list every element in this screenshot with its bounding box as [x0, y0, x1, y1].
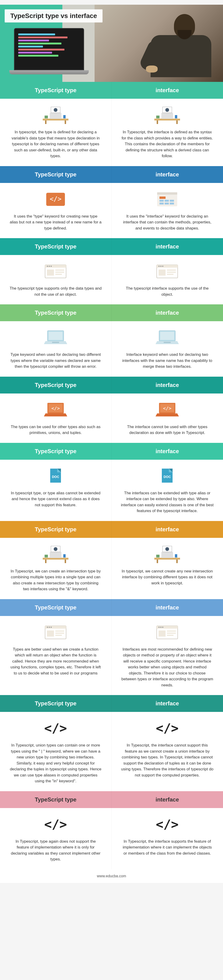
svg-rect-41 — [158, 269, 166, 275]
svg-point-30 — [49, 266, 50, 267]
doc-icon: DOC — [154, 467, 180, 485]
svg-marker-56 — [44, 414, 67, 417]
body-left: The typescript type supports only the da… — [0, 255, 112, 304]
svg-text:</>: </> — [44, 721, 67, 735]
svg-point-74 — [54, 547, 57, 551]
svg-rect-37 — [157, 265, 178, 267]
body-left: </> The types can be used for other type… — [0, 393, 112, 443]
section-header: TypeScript type interface — [0, 304, 223, 321]
svg-rect-75 — [44, 555, 48, 557]
body-left-text: Types are better used when we create a f… — [9, 646, 102, 676]
svg-rect-92 — [55, 633, 64, 634]
browser-icon — [43, 262, 68, 281]
body-right: </> In Typescript, the interface support… — [112, 808, 223, 869]
body-right-text: Interfaces are most recommended for defi… — [121, 646, 214, 688]
page-title: TypeScript type vs interface — [5, 10, 103, 22]
svg-rect-35 — [55, 274, 62, 275]
section-header: TypeScript type interface — [0, 599, 223, 616]
header-right: interface — [112, 238, 223, 255]
header-right: interface — [112, 166, 223, 183]
body-right: </> The interface cannot be used with ot… — [112, 393, 223, 443]
svg-point-38 — [158, 266, 160, 267]
svg-rect-1 — [45, 121, 46, 124]
svg-text:DOC: DOC — [164, 475, 171, 479]
body-right-text: The interface cannot be used with other … — [121, 424, 214, 436]
body-right: Interfaces are most recommended for defi… — [112, 616, 223, 695]
infographic-container: TypeScript type vs interface — [0, 5, 223, 883]
hero-laptop-illustration — [9, 28, 89, 77]
section-body: In typescript, the type is defined for d… — [0, 99, 223, 166]
section-header: TypeScript type interface — [0, 695, 223, 712]
svg-rect-11 — [161, 113, 173, 119]
svg-text:</>: </> — [51, 406, 60, 411]
code-brackets-icon: </> — [154, 815, 180, 834]
body-left-text: The typescript type supports only the da… — [9, 285, 102, 298]
laptop-orange-icon: </> — [43, 401, 68, 419]
body-right: Interface keyword when used for declarin… — [112, 321, 223, 377]
code-brackets-icon: </> — [154, 719, 180, 738]
svg-rect-25 — [164, 203, 169, 204]
code-window-icon: </> — [43, 190, 68, 209]
section-body: </> It uses the "type" keyword for creat… — [0, 183, 223, 239]
svg-rect-2 — [65, 121, 66, 124]
body-right: DOC The interfaces can be extended with … — [112, 460, 223, 521]
svg-text:</>: </> — [50, 195, 62, 203]
body-left: Type keyword when used for declaring two… — [0, 321, 112, 377]
svg-point-29 — [47, 266, 48, 267]
svg-point-89 — [51, 627, 52, 628]
body-right-text: In Typescript, the interface is defined … — [121, 129, 214, 159]
header-left: TypeScript type — [0, 443, 112, 460]
svg-rect-52 — [164, 342, 171, 343]
svg-rect-91 — [55, 630, 64, 632]
header-right: interface — [112, 791, 223, 808]
hero-person-photo — [95, 5, 223, 82]
svg-rect-24 — [160, 203, 164, 204]
body-left-text: In Typescript, type again does not suppo… — [9, 838, 102, 862]
body-left-text: In Typescript, union types can contain o… — [9, 742, 102, 784]
svg-text:</>: </> — [44, 817, 67, 832]
svg-rect-3 — [50, 113, 62, 119]
body-right-text: It uses the "interface" keyword for decl… — [121, 213, 214, 231]
browser-icon — [154, 623, 180, 642]
header-right: interface — [112, 599, 223, 616]
body-right-text: In typescript, we cannot create any new … — [121, 568, 214, 586]
svg-rect-7 — [63, 115, 66, 118]
svg-rect-80 — [161, 552, 173, 558]
body-right-text: In Typescript, the interface cannot supp… — [121, 742, 214, 778]
svg-rect-76 — [63, 554, 66, 557]
svg-rect-102 — [167, 635, 174, 636]
svg-point-13 — [165, 108, 169, 112]
body-right-text: Interface keyword when used for declarin… — [121, 352, 214, 370]
body-right-text: The typescript interface supports the us… — [121, 285, 214, 298]
svg-point-87 — [47, 627, 48, 628]
svg-marker-60 — [155, 414, 179, 417]
comparison-rows: TypeScript type interface In typescript,… — [0, 82, 223, 869]
body-left-text: In typescript, the type is defined for d… — [9, 129, 102, 159]
header-left: TypeScript type — [0, 377, 112, 393]
section-header: TypeScript type interface — [0, 791, 223, 808]
section-body: The typescript type supports only the da… — [0, 255, 223, 304]
svg-rect-6 — [44, 116, 48, 118]
section-body: </> In Typescript, union types can conta… — [0, 712, 223, 791]
section-header: TypeScript type interface — [0, 521, 223, 538]
svg-rect-86 — [45, 626, 66, 628]
svg-rect-69 — [43, 558, 68, 560]
header-right: interface — [112, 304, 223, 321]
svg-point-82 — [165, 547, 169, 551]
svg-rect-43 — [167, 272, 176, 273]
section-body: Types are better used when we create a f… — [0, 616, 223, 695]
laptop-blue-icon — [43, 328, 68, 347]
svg-rect-100 — [167, 630, 176, 632]
svg-rect-10 — [176, 121, 178, 124]
svg-point-96 — [158, 627, 160, 628]
svg-rect-14 — [156, 116, 160, 118]
body-left: In typescript, the type is defined for d… — [0, 99, 112, 166]
svg-rect-83 — [156, 555, 160, 557]
svg-rect-99 — [158, 630, 166, 636]
svg-point-39 — [160, 266, 161, 267]
section-header: TypeScript type interface — [0, 166, 223, 183]
header-right: interface — [112, 82, 223, 99]
header-left: TypeScript type — [0, 521, 112, 538]
header-left: TypeScript type — [0, 304, 112, 321]
body-right: In Typescript, the interface is defined … — [112, 99, 223, 166]
